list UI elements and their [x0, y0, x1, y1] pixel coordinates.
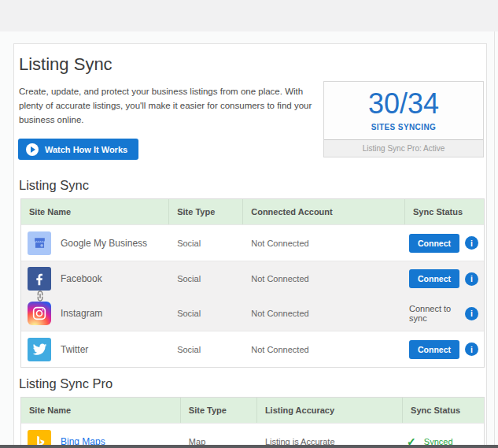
column-header-site-type: Site Type	[169, 199, 243, 224]
connect-to-sync-label: Connect to sync	[409, 304, 465, 323]
listing-sync-card: Listing Sync Create, update, and protect…	[13, 43, 487, 446]
site-type-value: Social	[169, 309, 243, 318]
instagram-icon	[28, 302, 51, 325]
connected-account-value: Not Connected	[243, 309, 405, 318]
page-description: Create, update, and protect your busines…	[19, 85, 326, 127]
listing-sync-pro-section-heading: Listing Sync Pro	[19, 376, 486, 391]
column-header-site-type: Site Type	[181, 398, 257, 423]
table-header-row: Site Name Site Type Listing Accuracy Syn…	[21, 398, 484, 423]
table-row-google-my-business: Google My Business Social Not Connected …	[21, 224, 484, 261]
sites-syncing-count: 30/34	[324, 86, 483, 121]
play-circle-icon	[26, 143, 39, 156]
info-icon[interactable]: i	[465, 342, 478, 356]
window-bottom-edge	[0, 445, 498, 448]
site-name-label: Instagram	[61, 308, 102, 319]
site-name-label: Google My Business	[61, 238, 147, 249]
table-row-instagram: Instagram Social Not Connected Connect t…	[21, 296, 484, 331]
table-row-facebook: Facebook Social Not Connected Connect i	[21, 261, 484, 296]
listing-sync-pro-table: Site Name Site Type Listing Accuracy Syn…	[20, 397, 485, 448]
connected-account-value: Not Connected	[243, 239, 405, 248]
page-title: Listing Sync	[19, 54, 486, 75]
link-icon	[34, 290, 46, 302]
column-header-listing-accuracy: Listing Accuracy	[257, 398, 403, 423]
listing-sync-table: Site Name Site Type Connected Account Sy…	[20, 198, 485, 368]
listing-sync-section-heading: Listing Sync	[19, 178, 486, 193]
column-header-connected-account: Connected Account	[243, 199, 405, 224]
table-header-row: Site Name Site Type Connected Account Sy…	[21, 199, 484, 224]
sites-syncing-caption: SITES SYNCING	[324, 123, 483, 131]
site-type-value: Social	[169, 274, 243, 283]
facebook-icon	[28, 267, 51, 291]
connected-account-value: Not Connected	[243, 274, 405, 283]
info-icon[interactable]: i	[465, 236, 478, 250]
column-header-sync-status: Sync Status	[403, 398, 484, 423]
site-type-value: Social	[169, 239, 243, 248]
google-my-business-icon	[28, 231, 51, 255]
connect-button[interactable]: Connect	[409, 269, 459, 288]
facebook-instagram-linked-group: Facebook Social Not Connected Connect i	[21, 261, 484, 331]
scrollbar-track[interactable]	[494, 31, 495, 445]
table-row-twitter: Twitter Social Not Connected Connect i	[21, 331, 484, 367]
twitter-icon	[28, 338, 51, 361]
info-icon[interactable]: i	[465, 272, 478, 286]
connected-account-value: Not Connected	[243, 345, 405, 354]
connect-button[interactable]: Connect	[409, 234, 459, 253]
column-header-sync-status: Sync Status	[405, 199, 484, 224]
sites-syncing-panel: 30/34 SITES SYNCING Listing Sync Pro: Ac…	[323, 81, 484, 157]
site-type-value: Social	[169, 345, 243, 354]
site-name-label: Facebook	[61, 273, 102, 284]
watch-how-it-works-button[interactable]: Watch How It Works	[18, 139, 138, 160]
top-gray-band	[0, 0, 498, 31]
listing-sync-pro-status: Listing Sync Pro: Active	[324, 139, 483, 157]
column-header-site-name: Site Name	[21, 398, 181, 423]
column-header-site-name: Site Name	[21, 199, 169, 224]
watch-button-label: Watch How It Works	[45, 145, 127, 154]
site-name-label: Twitter	[61, 344, 88, 355]
info-icon[interactable]: i	[465, 307, 478, 320]
connect-button[interactable]: Connect	[409, 340, 459, 359]
